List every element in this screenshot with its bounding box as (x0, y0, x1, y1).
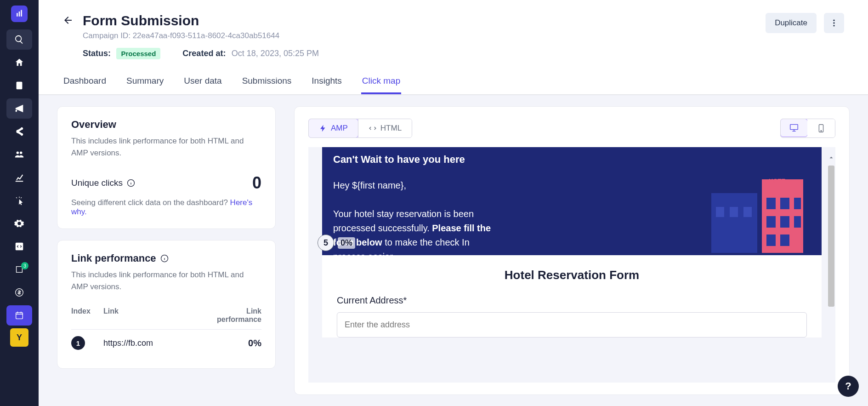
unique-clicks-label: Unique clicks (71, 178, 123, 188)
address-label: Current Address* (337, 295, 807, 306)
svg-point-7 (833, 25, 834, 26)
hero-greeting: Hey ${first name}, (333, 178, 503, 193)
overview-title: Overview (71, 119, 261, 131)
svg-point-12 (821, 131, 822, 132)
col-index-header: Index (71, 307, 103, 324)
address-input[interactable] (337, 312, 807, 337)
svg-rect-20 (780, 216, 789, 228)
link-performance-card: Link performance This includes link perf… (57, 240, 276, 369)
tab-dashboard[interactable]: Dashboard (62, 69, 107, 94)
nav-analytics[interactable] (6, 167, 32, 188)
table-row: 1 https://fb.com 0% (71, 329, 261, 356)
col-link-header: Link (103, 307, 206, 324)
svg-rect-10 (790, 125, 798, 130)
scroll-up-icon[interactable] (828, 154, 834, 163)
tab-click-map[interactable]: Click map (361, 69, 401, 94)
svg-rect-21 (794, 216, 801, 228)
nav-badge-item[interactable]: 3 (6, 259, 32, 280)
preview-frame: Can't Wait to have you here Hey ${first … (308, 147, 835, 383)
campaign-id: Campaign ID: 22ea47aa-f093-511a-8602-4ca… (83, 31, 279, 40)
row-link[interactable]: https://fb.com (103, 338, 206, 348)
svg-rect-16 (766, 198, 776, 209)
col-perf-header: Link performance (206, 307, 261, 324)
svg-rect-1 (19, 11, 20, 17)
heatmap-number: 5 (318, 234, 334, 251)
tab-submissions[interactable]: Submissions (241, 69, 293, 94)
topbar: Form Submission Campaign ID: 22ea47aa-f0… (39, 0, 868, 95)
mobile-toggle[interactable] (807, 119, 835, 137)
created-value: Oct 18, 2023, 05:25 PM (232, 49, 319, 58)
badge-count: 3 (21, 262, 28, 269)
tab-insights[interactable]: Insights (311, 69, 342, 94)
email-hero: Can't Wait to have you here Hey ${first … (322, 147, 822, 255)
unique-clicks-value: 0 (252, 173, 261, 193)
help-text: Seeing different click data on the dashb… (71, 198, 230, 207)
link-perf-desc: This includes link performance for both … (71, 269, 261, 292)
nav-settings[interactable] (6, 213, 32, 234)
device-toggle (780, 119, 835, 138)
back-arrow-icon[interactable] (62, 15, 74, 28)
scrollbar[interactable] (828, 166, 834, 307)
sidebar: 3 Y (0, 0, 39, 406)
svg-rect-23 (780, 234, 789, 246)
help-fab[interactable]: ? (838, 376, 859, 397)
svg-rect-19 (766, 216, 776, 228)
heatmap-percent: 0% (338, 237, 355, 249)
amp-toggle[interactable]: AMP (308, 119, 358, 138)
page-title: Form Submission (83, 13, 279, 29)
tab-user-data[interactable]: User data (183, 69, 222, 94)
html-toggle[interactable]: HTML (358, 119, 412, 137)
link-perf-title: Link performance (71, 252, 156, 264)
form-title: Hotel Reservation Form (337, 268, 807, 282)
format-toggle: AMP HTML (308, 119, 412, 138)
nav-dollar[interactable] (6, 282, 32, 303)
svg-rect-4 (16, 313, 23, 319)
nav-code[interactable] (6, 236, 32, 257)
nav-campaigns[interactable] (6, 98, 32, 119)
nav-users[interactable] (6, 144, 32, 165)
nav-workspace-letter[interactable]: Y (10, 328, 28, 347)
svg-rect-18 (794, 198, 801, 209)
svg-rect-28 (743, 207, 752, 217)
tabs: Dashboard Summary User data Submissions … (62, 69, 844, 94)
nav-home[interactable] (6, 52, 32, 73)
info-icon[interactable] (126, 178, 136, 188)
search-icon[interactable] (6, 29, 32, 50)
app-logo (11, 6, 28, 22)
svg-rect-26 (716, 207, 724, 217)
row-perf: 0% (206, 338, 261, 349)
nav-calendar[interactable] (6, 305, 32, 326)
hotel-illustration: HOTEL HOTE (693, 161, 822, 253)
svg-rect-22 (766, 234, 776, 246)
overview-card: Overview This includes link performance … (57, 106, 276, 229)
html-label: HTML (380, 124, 402, 133)
svg-point-5 (833, 20, 834, 21)
tab-summary[interactable]: Summary (125, 69, 165, 94)
created-label: Created at: (182, 49, 226, 58)
info-icon[interactable] (160, 254, 169, 263)
desktop-toggle[interactable] (780, 119, 808, 137)
svg-rect-14 (711, 193, 757, 253)
row-index: 1 (71, 336, 85, 350)
overview-desc: This includes link performance for both … (71, 135, 261, 159)
svg-rect-27 (730, 207, 738, 217)
status-badge: Processed (116, 48, 160, 59)
svg-point-6 (833, 22, 834, 23)
reservation-form: Hotel Reservation Form Current Address* (322, 255, 822, 337)
duplicate-button[interactable]: Duplicate (766, 13, 817, 33)
status-label: Status: (83, 49, 111, 58)
nav-click[interactable] (6, 190, 32, 211)
svg-rect-0 (17, 13, 18, 17)
nav-clipboard[interactable] (6, 75, 32, 96)
svg-rect-17 (780, 198, 789, 209)
preview-panel: AMP HTML (294, 106, 850, 395)
more-menu-icon[interactable] (824, 13, 844, 33)
heatmap-point: 5 0% (318, 234, 355, 251)
amp-label: AMP (331, 124, 348, 133)
svg-rect-2 (21, 10, 22, 17)
nav-share[interactable] (6, 121, 32, 142)
svg-text:HOTE: HOTE (769, 177, 785, 184)
